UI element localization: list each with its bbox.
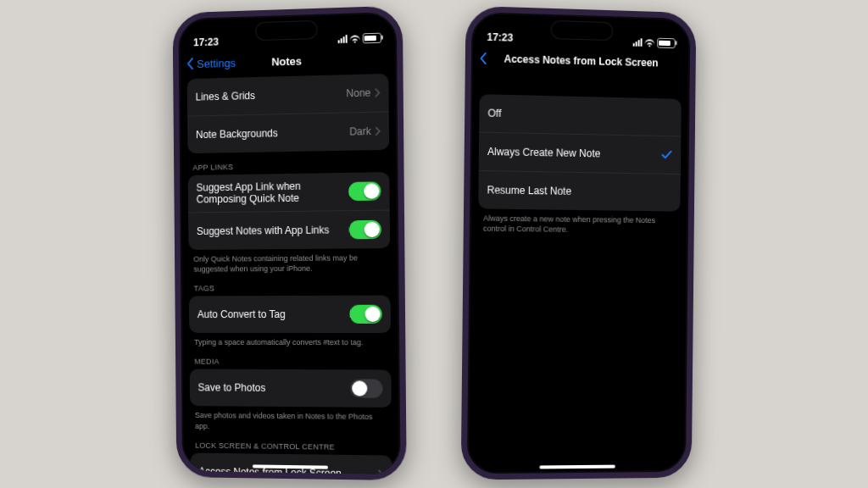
toggle-auto-convert-tag[interactable] [349,305,381,324]
row-save-to-photos[interactable]: Save to Photos [190,369,392,408]
row-suggest-quick-note[interactable]: Suggest App Link when Composing Quick No… [188,172,390,212]
wifi-icon [350,35,360,42]
section-header-lock-screen: LOCK SCREEN & CONTROL CENTRE [195,441,387,452]
section-header-media: MEDIA [194,358,386,367]
nav-bar: Settings Notes [179,44,398,77]
toggle-suggest-quick-note[interactable] [348,181,381,201]
chevron-left-icon [478,53,488,64]
option-always-create-new-note[interactable]: Always Create New Note [479,132,682,174]
section-header-app-links: APP LINKS [192,160,384,172]
row-suggest-notes-app-links[interactable]: Suggest Notes with App Links [188,210,390,250]
option-off[interactable]: Off [479,94,682,136]
chevron-right-icon [377,469,383,474]
section-footer: Typing a space automatically converts #t… [194,337,386,347]
page-title: Access Notes from Lock Screen [504,53,659,69]
checkmark-icon [661,150,673,160]
section-footer: Save photos and videos taken in Notes to… [195,410,387,432]
phone-left: 17:23 Settings Notes Lines & Grids None … [173,6,407,481]
row-access-notes-lock-screen[interactable]: Access Notes from Lock Screen [190,452,392,474]
wifi-icon [644,39,654,47]
section-footer: Only Quick Notes containing related link… [193,252,385,274]
phone-right: 17:23 Access Notes from Lock Screen Off … [461,6,697,480]
settings-list[interactable]: Lines & Grids None Note Backgrounds Dark… [179,72,401,474]
cellular-icon [338,35,348,43]
settings-list[interactable]: Off Always Create New Note Resume Last N… [467,72,690,474]
cellular-icon [633,38,643,47]
back-label: Settings [197,56,236,69]
chevron-left-icon [186,58,196,69]
toggle-save-to-photos[interactable] [350,380,382,398]
back-button[interactable]: Settings [186,56,236,70]
nav-bar: Access Notes from Lock Screen [471,44,690,77]
row-note-backgrounds[interactable]: Note Backgrounds Dark [187,111,389,153]
row-auto-convert-tag[interactable]: Auto Convert to Tag [189,296,391,333]
chevron-right-icon [374,88,380,97]
row-lines-grids[interactable]: Lines & Grids None [187,74,389,116]
dynamic-island [256,21,316,40]
status-time: 17:23 [193,36,219,49]
back-button[interactable] [478,53,490,65]
option-resume-last-note[interactable]: Resume Last Note [478,170,681,212]
section-header-tags: TAGS [194,284,386,293]
page-title: Notes [271,54,302,68]
section-footer: Always create a new note when pressing t… [483,213,676,236]
battery-icon [657,38,676,49]
toggle-suggest-notes-app-links[interactable] [349,220,381,240]
chevron-right-icon [375,127,381,136]
status-time: 17:23 [487,31,513,44]
dynamic-island [552,21,613,40]
battery-icon [363,33,381,44]
